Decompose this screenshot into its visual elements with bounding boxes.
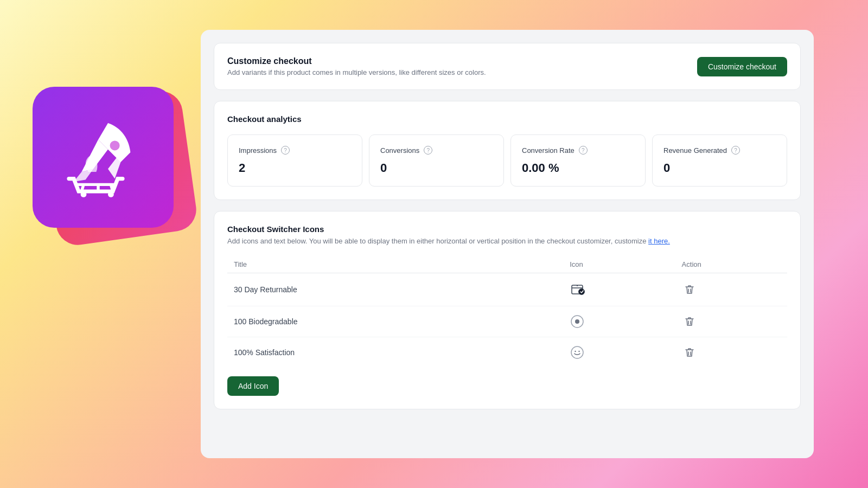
conversion-rate-value: 0.00 %	[522, 161, 634, 175]
svg-point-12	[575, 319, 579, 324]
impressions-label: Impressions	[239, 146, 277, 155]
impressions-info-icon[interactable]: ?	[281, 146, 290, 155]
table-header-action: Action	[675, 256, 787, 273]
delete-row-1-button[interactable]	[682, 282, 697, 297]
checkout-switcher-card: Checkout Switcher Icons Add icons and te…	[214, 211, 801, 409]
conversions-info-icon[interactable]: ?	[424, 146, 432, 155]
analytics-revenue: Revenue Generated ? 0	[652, 134, 787, 187]
checkout-analytics-card: Checkout analytics Impressions ? 2 Conve…	[214, 101, 801, 200]
svg-point-10	[579, 290, 584, 294]
trash-icon	[684, 347, 695, 358]
analytics-impressions: Impressions ? 2	[227, 134, 362, 187]
svg-line-4	[111, 184, 113, 191]
logo-icon	[33, 87, 174, 228]
table-row: 100 Biodegradable	[227, 306, 787, 337]
analytics-conversion-rate: Conversion Rate ? 0.00 %	[510, 134, 646, 187]
impressions-header: Impressions ?	[239, 146, 351, 155]
row-1-icon-cell	[563, 273, 675, 306]
logo-container	[33, 87, 206, 249]
row-2-title: 100 Biodegradable	[227, 306, 563, 337]
table-header-title: Title	[227, 256, 563, 273]
analytics-conversions: Conversions ? 0	[369, 134, 504, 187]
conversions-value: 0	[380, 161, 493, 175]
svg-point-15	[579, 351, 580, 352]
row-2-icon	[570, 314, 668, 329]
conversion-rate-info-icon[interactable]: ?	[579, 146, 588, 155]
conversions-label: Conversions	[380, 146, 419, 155]
conversion-rate-label: Conversion Rate	[522, 146, 575, 155]
switcher-title: Checkout Switcher Icons	[227, 224, 787, 234]
revenue-label: Revenue Generated	[663, 146, 727, 155]
customize-checkout-title: Customize checkout	[227, 56, 486, 66]
svg-point-0	[110, 140, 120, 150]
row-3-icon-cell	[563, 337, 675, 368]
conversion-rate-header: Conversion Rate ?	[522, 146, 634, 155]
row-1-action-cell	[675, 273, 787, 306]
satisfaction-icon	[570, 345, 585, 360]
switcher-description: Add icons and text below. You will be ab…	[227, 237, 787, 245]
analytics-grid: Impressions ? 2 Conversions ? 0 Conversi…	[227, 134, 787, 187]
revenue-header: Revenue Generated ?	[663, 146, 776, 155]
conversions-header: Conversions ?	[380, 146, 493, 155]
return-box-icon	[570, 281, 587, 298]
row-2-action-cell	[675, 306, 787, 337]
customize-checkout-card: Customize checkout Add variants if this …	[214, 43, 801, 90]
biodegradable-icon	[570, 314, 585, 329]
svg-point-14	[575, 351, 576, 352]
row-2-icon-cell	[563, 306, 675, 337]
row-3-action-cell	[675, 337, 787, 368]
delete-row-3-button[interactable]	[682, 345, 697, 360]
add-icon-button[interactable]: Add Icon	[227, 376, 279, 396]
icons-table: Title Icon Action 30 Day Returnable	[227, 256, 787, 368]
svg-line-2	[81, 184, 84, 191]
checkout-analytics-title: Checkout analytics	[227, 114, 787, 124]
row-3-title: 100% Satisfaction	[227, 337, 563, 368]
svg-point-5	[81, 191, 87, 197]
revenue-value: 0	[663, 161, 776, 175]
table-row: 100% Satisfaction	[227, 337, 787, 368]
row-3-icon	[570, 345, 668, 360]
table-row: 30 Day Returnable	[227, 273, 787, 306]
svg-point-13	[571, 346, 583, 358]
svg-point-6	[108, 191, 114, 197]
customize-checkout-text: Customize checkout Add variants if this …	[227, 56, 486, 76]
table-header-icon: Icon	[563, 256, 675, 273]
customize-checkout-description: Add variants if this product comes in mu…	[227, 68, 486, 76]
main-content-panel: Customize checkout Add variants if this …	[201, 30, 814, 458]
row-1-title: 30 Day Returnable	[227, 273, 563, 306]
trash-icon	[684, 316, 695, 327]
row-1-icon	[570, 281, 668, 298]
trash-icon	[684, 284, 695, 295]
impressions-value: 2	[239, 161, 351, 175]
customize-checkout-button[interactable]: Customize checkout	[697, 57, 787, 76]
delete-row-2-button[interactable]	[682, 314, 697, 329]
revenue-info-icon[interactable]: ?	[731, 146, 740, 155]
switcher-link[interactable]: it here.	[648, 237, 670, 245]
logo-front-layer	[33, 87, 174, 228]
